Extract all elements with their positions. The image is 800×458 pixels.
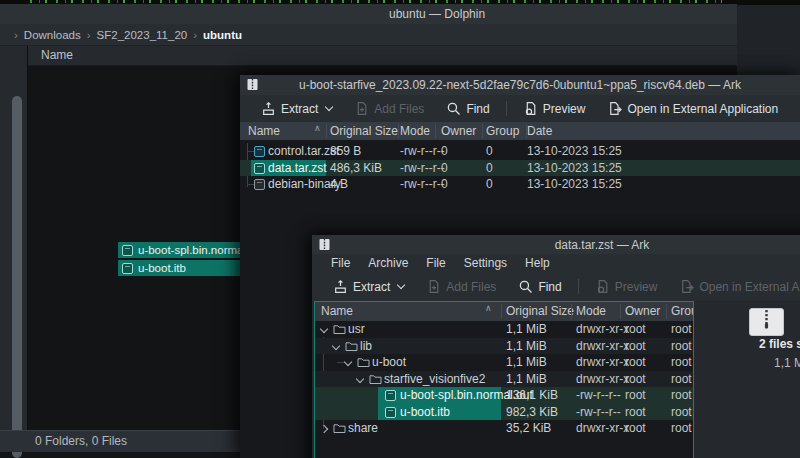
sort-ascending-icon: ∧ (314, 123, 321, 133)
selection-size: 1,1 Mi (774, 356, 800, 370)
ark-deb-toolbar: Extract Add Files Find Preview O (240, 95, 800, 122)
expander-expanded-icon[interactable] (344, 358, 352, 366)
menu-settings[interactable]: Settings (455, 256, 516, 270)
column-header-name[interactable]: Name (28, 46, 737, 66)
tree-row-folder[interactable]: usr 1,1 MiB drwxr-xr-x root root (315, 321, 693, 338)
ark-app-icon (318, 238, 331, 251)
remove-from-archive-button[interactable]: Remove from Archive (789, 95, 800, 122)
folder-icon (333, 423, 346, 434)
window-title: u-boot-starfive_2023.09.22-next-5d2fae79… (299, 78, 741, 92)
open-external-icon (607, 101, 622, 116)
breadcrumb-chevron-icon: › (87, 29, 91, 41)
preview-icon (595, 279, 610, 294)
column-header-size[interactable]: Original Size (330, 122, 398, 140)
menu-file[interactable]: File (322, 256, 359, 270)
file-icon (385, 390, 396, 401)
add-files-button[interactable]: Add Files (343, 95, 435, 122)
dolphin-left-scrollbar-track (0, 46, 28, 431)
column-header-group[interactable]: Group (671, 302, 694, 321)
breadcrumb-item-downloads[interactable]: Downloads (24, 29, 81, 41)
breadcrumb-item-ubuntu[interactable]: ubuntu (203, 29, 242, 41)
add-files-icon (354, 101, 369, 116)
ark-data-table-body: usr 1,1 MiB drwxr-xr-x root root lib 1,1… (315, 321, 693, 437)
chevron-down-icon (397, 281, 405, 289)
folder-icon (369, 374, 382, 385)
expander-collapsed-icon[interactable] (320, 425, 328, 433)
chevron-down-icon (325, 103, 333, 111)
dolphin-titlebar[interactable]: ubuntu — Dolphin (0, 4, 737, 24)
ark-data-window: data.tar.zst — Ark File Archive File Set… (312, 235, 800, 458)
tree-row-folder[interactable]: share 35,2 KiB drwxr-xr-x root root (315, 420, 693, 437)
breadcrumb-chevron-icon: › (14, 29, 18, 41)
column-header-mode[interactable]: Mode (400, 122, 430, 140)
ark-data-menubar: File Archive File Settings Help (312, 254, 800, 272)
ark-data-table-header: Name ∧ Original Size Mode Owner Group (315, 302, 693, 321)
search-icon (446, 101, 461, 116)
ark-data-toolbar: Extract Add Files Find Preview O (312, 272, 800, 301)
status-text: 0 Folders, 0 Files (35, 431, 127, 452)
column-header-name[interactable]: Name (248, 122, 280, 140)
breadcrumb-item-sf2[interactable]: SF2_2023_11_20 (97, 29, 188, 41)
add-files-icon (426, 279, 441, 294)
extract-icon (333, 279, 348, 294)
file-icon (122, 245, 133, 256)
column-header-name[interactable]: Name (321, 302, 353, 321)
zip-archive-icon (749, 308, 784, 336)
open-external-button[interactable]: Open in External Application (596, 95, 789, 122)
ark-app-icon (246, 78, 259, 91)
column-header-owner[interactable]: Owner (441, 122, 476, 140)
file-icon (254, 179, 265, 190)
window-title: data.tar.zst — Ark (555, 238, 650, 252)
breadcrumb-chevron-icon: › (193, 29, 197, 41)
ark-data-info-panel: 2 files sel 1,1 Mi (696, 301, 800, 458)
file-icon (122, 263, 133, 274)
file-icon (385, 407, 396, 418)
ark-data-archive-tree: Name ∧ Original Size Mode Owner Group (314, 301, 694, 458)
open-external-icon (679, 279, 694, 294)
expander-expanded-icon[interactable] (320, 325, 328, 333)
column-header-group[interactable]: Group (486, 122, 519, 140)
column-header-size[interactable]: Original Size (506, 302, 574, 321)
sort-ascending-icon: ∧ (485, 303, 492, 313)
tree-row-folder[interactable]: starfive_visionfive2 1,1 MiB drwxr-xr-x … (315, 371, 693, 388)
menu-help[interactable]: Help (516, 256, 559, 270)
extract-icon (261, 101, 276, 116)
preview-button[interactable]: Preview (512, 95, 597, 122)
folder-icon (345, 341, 358, 352)
expander-expanded-icon[interactable] (332, 341, 340, 349)
menu-file-2[interactable]: File (417, 256, 454, 270)
column-header-owner[interactable]: Owner (625, 302, 660, 321)
tree-row-file-selected[interactable]: u-boot.itb 982,3 KiB -rw-r--r-- root roo… (315, 404, 693, 421)
ark-deb-titlebar[interactable]: u-boot-starfive_2023.09.22-next-5d2fae79… (240, 75, 800, 95)
column-header-mode[interactable]: Mode (576, 302, 606, 321)
column-header-date[interactable]: Date (527, 122, 552, 140)
scrollbar-handle[interactable] (12, 96, 22, 458)
ark-data-titlebar[interactable]: data.tar.zst — Ark (312, 235, 800, 254)
extract-button[interactable]: Extract (322, 272, 415, 301)
archive-file-icon (254, 163, 265, 174)
ark-deb-table-header: Name ∧ Original Size Mode Owner Group Da… (240, 122, 800, 140)
preview-button[interactable]: Preview (584, 272, 669, 301)
extract-button[interactable]: Extract (250, 95, 343, 122)
tree-row-folder[interactable]: u-boot 1,1 MiB drwxr-xr-x root root (315, 354, 693, 371)
preview-icon (523, 101, 538, 116)
find-button[interactable]: Find (435, 95, 500, 122)
expander-expanded-icon[interactable] (356, 374, 364, 382)
open-external-button[interactable]: Open in External Application (668, 272, 800, 301)
folder-icon (357, 357, 370, 368)
archive-file-icon (254, 146, 265, 157)
table-row-selected[interactable]: data.tar.zst 486,3 KiB -rw-r--r-- 0 0 13… (240, 160, 800, 177)
table-row[interactable]: control.tar.zst 859 B -rw-r--r-- 0 0 13-… (240, 143, 800, 160)
add-files-button[interactable]: Add Files (415, 272, 507, 301)
window-title: ubuntu — Dolphin (389, 7, 485, 21)
toolbar-separator (506, 101, 507, 116)
tree-row-folder[interactable]: lib 1,1 MiB drwxr-xr-x root root (315, 338, 693, 355)
selection-summary: 2 files sel (759, 337, 800, 351)
find-button[interactable]: Find (507, 272, 572, 301)
table-row[interactable]: debian-binary 4 B -rw-r--r-- 0 0 13-10-2… (240, 176, 800, 193)
menu-archive[interactable]: Archive (359, 256, 417, 270)
tree-row-file-selected[interactable]: u-boot-spl.bin.normal.out 136,1 KiB -rw-… (315, 387, 693, 404)
terminal-text-specks (30, 0, 722, 3)
folder-icon (333, 324, 346, 335)
search-icon (518, 279, 533, 294)
